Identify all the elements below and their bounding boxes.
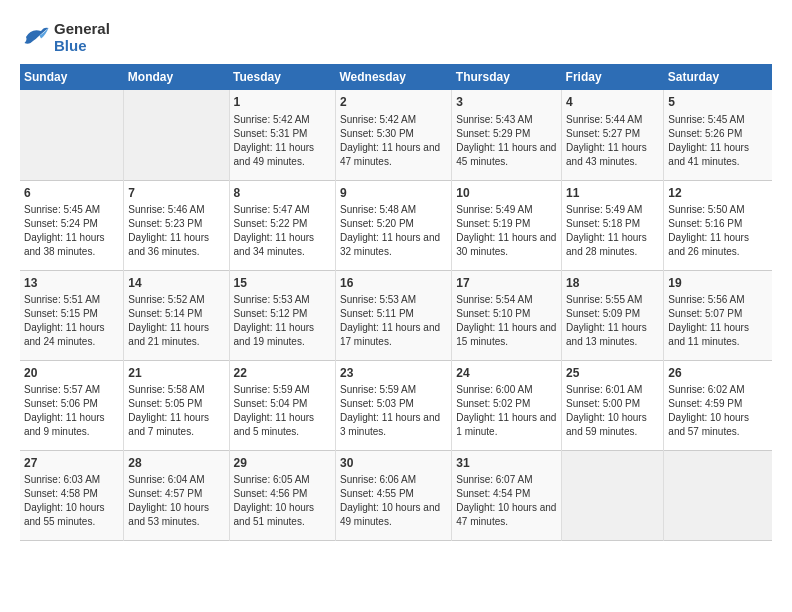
day-info: Sunrise: 5:59 AM Sunset: 5:03 PM Dayligh… <box>340 383 447 439</box>
calendar-cell: 19Sunrise: 5:56 AM Sunset: 5:07 PM Dayli… <box>664 270 772 360</box>
day-number: 25 <box>566 365 659 382</box>
calendar-cell <box>664 450 772 540</box>
calendar-cell <box>562 450 664 540</box>
day-info: Sunrise: 6:02 AM Sunset: 4:59 PM Dayligh… <box>668 383 768 439</box>
calendar-cell: 29Sunrise: 6:05 AM Sunset: 4:56 PM Dayli… <box>229 450 335 540</box>
day-info: Sunrise: 5:49 AM Sunset: 5:19 PM Dayligh… <box>456 203 557 259</box>
day-info: Sunrise: 5:43 AM Sunset: 5:29 PM Dayligh… <box>456 113 557 169</box>
calendar-week-row: 13Sunrise: 5:51 AM Sunset: 5:15 PM Dayli… <box>20 270 772 360</box>
day-info: Sunrise: 5:46 AM Sunset: 5:23 PM Dayligh… <box>128 203 224 259</box>
day-info: Sunrise: 6:03 AM Sunset: 4:58 PM Dayligh… <box>24 473 119 529</box>
day-info: Sunrise: 5:42 AM Sunset: 5:30 PM Dayligh… <box>340 113 447 169</box>
calendar-cell: 16Sunrise: 5:53 AM Sunset: 5:11 PM Dayli… <box>335 270 451 360</box>
calendar-cell: 2Sunrise: 5:42 AM Sunset: 5:30 PM Daylig… <box>335 90 451 180</box>
day-number: 28 <box>128 455 224 472</box>
day-number: 22 <box>234 365 331 382</box>
day-number: 24 <box>456 365 557 382</box>
day-info: Sunrise: 5:51 AM Sunset: 5:15 PM Dayligh… <box>24 293 119 349</box>
day-number: 21 <box>128 365 224 382</box>
calendar-cell: 13Sunrise: 5:51 AM Sunset: 5:15 PM Dayli… <box>20 270 124 360</box>
calendar-cell: 26Sunrise: 6:02 AM Sunset: 4:59 PM Dayli… <box>664 360 772 450</box>
calendar-cell: 18Sunrise: 5:55 AM Sunset: 5:09 PM Dayli… <box>562 270 664 360</box>
logo: General Blue <box>20 20 110 54</box>
day-info: Sunrise: 5:44 AM Sunset: 5:27 PM Dayligh… <box>566 113 659 169</box>
day-number: 18 <box>566 275 659 292</box>
day-number: 9 <box>340 185 447 202</box>
weekday-header: Wednesday <box>335 64 451 90</box>
calendar-week-row: 27Sunrise: 6:03 AM Sunset: 4:58 PM Dayli… <box>20 450 772 540</box>
day-number: 30 <box>340 455 447 472</box>
day-number: 2 <box>340 94 447 111</box>
weekday-header: Tuesday <box>229 64 335 90</box>
calendar-cell: 4Sunrise: 5:44 AM Sunset: 5:27 PM Daylig… <box>562 90 664 180</box>
day-number: 3 <box>456 94 557 111</box>
calendar-cell: 10Sunrise: 5:49 AM Sunset: 5:19 PM Dayli… <box>452 180 562 270</box>
day-number: 1 <box>234 94 331 111</box>
calendar-cell: 17Sunrise: 5:54 AM Sunset: 5:10 PM Dayli… <box>452 270 562 360</box>
logo-icon <box>20 22 50 52</box>
day-number: 5 <box>668 94 768 111</box>
calendar-cell: 11Sunrise: 5:49 AM Sunset: 5:18 PM Dayli… <box>562 180 664 270</box>
calendar-week-row: 20Sunrise: 5:57 AM Sunset: 5:06 PM Dayli… <box>20 360 772 450</box>
day-number: 7 <box>128 185 224 202</box>
calendar-cell: 23Sunrise: 5:59 AM Sunset: 5:03 PM Dayli… <box>335 360 451 450</box>
day-info: Sunrise: 5:50 AM Sunset: 5:16 PM Dayligh… <box>668 203 768 259</box>
day-info: Sunrise: 5:56 AM Sunset: 5:07 PM Dayligh… <box>668 293 768 349</box>
day-info: Sunrise: 5:48 AM Sunset: 5:20 PM Dayligh… <box>340 203 447 259</box>
day-number: 26 <box>668 365 768 382</box>
calendar-cell: 21Sunrise: 5:58 AM Sunset: 5:05 PM Dayli… <box>124 360 229 450</box>
day-info: Sunrise: 5:45 AM Sunset: 5:24 PM Dayligh… <box>24 203 119 259</box>
day-info: Sunrise: 6:00 AM Sunset: 5:02 PM Dayligh… <box>456 383 557 439</box>
calendar-table: SundayMondayTuesdayWednesdayThursdayFrid… <box>20 64 772 541</box>
weekday-header-row: SundayMondayTuesdayWednesdayThursdayFrid… <box>20 64 772 90</box>
calendar-cell: 5Sunrise: 5:45 AM Sunset: 5:26 PM Daylig… <box>664 90 772 180</box>
page-header: General Blue <box>20 20 772 54</box>
day-info: Sunrise: 5:53 AM Sunset: 5:11 PM Dayligh… <box>340 293 447 349</box>
day-number: 11 <box>566 185 659 202</box>
day-info: Sunrise: 5:57 AM Sunset: 5:06 PM Dayligh… <box>24 383 119 439</box>
day-number: 13 <box>24 275 119 292</box>
day-info: Sunrise: 6:04 AM Sunset: 4:57 PM Dayligh… <box>128 473 224 529</box>
day-number: 20 <box>24 365 119 382</box>
calendar-cell: 31Sunrise: 6:07 AM Sunset: 4:54 PM Dayli… <box>452 450 562 540</box>
day-number: 15 <box>234 275 331 292</box>
day-number: 31 <box>456 455 557 472</box>
day-info: Sunrise: 5:58 AM Sunset: 5:05 PM Dayligh… <box>128 383 224 439</box>
day-number: 16 <box>340 275 447 292</box>
weekday-header: Friday <box>562 64 664 90</box>
calendar-cell: 1Sunrise: 5:42 AM Sunset: 5:31 PM Daylig… <box>229 90 335 180</box>
calendar-cell <box>20 90 124 180</box>
calendar-cell: 14Sunrise: 5:52 AM Sunset: 5:14 PM Dayli… <box>124 270 229 360</box>
day-info: Sunrise: 5:54 AM Sunset: 5:10 PM Dayligh… <box>456 293 557 349</box>
calendar-cell: 7Sunrise: 5:46 AM Sunset: 5:23 PM Daylig… <box>124 180 229 270</box>
weekday-header: Thursday <box>452 64 562 90</box>
calendar-cell: 22Sunrise: 5:59 AM Sunset: 5:04 PM Dayli… <box>229 360 335 450</box>
day-info: Sunrise: 5:53 AM Sunset: 5:12 PM Dayligh… <box>234 293 331 349</box>
calendar-week-row: 1Sunrise: 5:42 AM Sunset: 5:31 PM Daylig… <box>20 90 772 180</box>
day-info: Sunrise: 5:45 AM Sunset: 5:26 PM Dayligh… <box>668 113 768 169</box>
logo-text: General Blue <box>54 20 110 54</box>
day-number: 6 <box>24 185 119 202</box>
calendar-cell <box>124 90 229 180</box>
calendar-cell: 25Sunrise: 6:01 AM Sunset: 5:00 PM Dayli… <box>562 360 664 450</box>
day-info: Sunrise: 5:42 AM Sunset: 5:31 PM Dayligh… <box>234 113 331 169</box>
calendar-cell: 6Sunrise: 5:45 AM Sunset: 5:24 PM Daylig… <box>20 180 124 270</box>
day-info: Sunrise: 6:06 AM Sunset: 4:55 PM Dayligh… <box>340 473 447 529</box>
day-number: 4 <box>566 94 659 111</box>
day-info: Sunrise: 5:59 AM Sunset: 5:04 PM Dayligh… <box>234 383 331 439</box>
calendar-cell: 12Sunrise: 5:50 AM Sunset: 5:16 PM Dayli… <box>664 180 772 270</box>
day-info: Sunrise: 5:47 AM Sunset: 5:22 PM Dayligh… <box>234 203 331 259</box>
day-info: Sunrise: 5:52 AM Sunset: 5:14 PM Dayligh… <box>128 293 224 349</box>
day-info: Sunrise: 6:05 AM Sunset: 4:56 PM Dayligh… <box>234 473 331 529</box>
day-number: 10 <box>456 185 557 202</box>
day-number: 14 <box>128 275 224 292</box>
calendar-cell: 3Sunrise: 5:43 AM Sunset: 5:29 PM Daylig… <box>452 90 562 180</box>
day-number: 19 <box>668 275 768 292</box>
day-number: 8 <box>234 185 331 202</box>
day-number: 12 <box>668 185 768 202</box>
calendar-cell: 9Sunrise: 5:48 AM Sunset: 5:20 PM Daylig… <box>335 180 451 270</box>
day-number: 17 <box>456 275 557 292</box>
day-number: 27 <box>24 455 119 472</box>
calendar-cell: 15Sunrise: 5:53 AM Sunset: 5:12 PM Dayli… <box>229 270 335 360</box>
calendar-cell: 20Sunrise: 5:57 AM Sunset: 5:06 PM Dayli… <box>20 360 124 450</box>
